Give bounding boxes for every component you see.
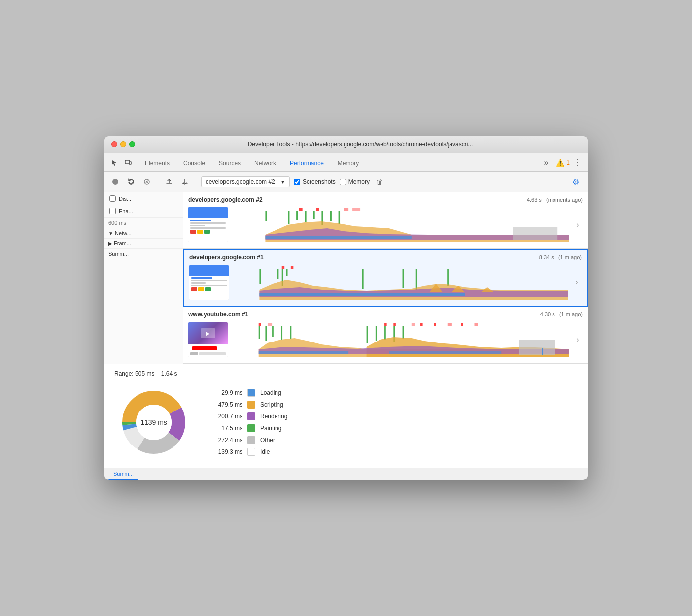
thumbnail: ▶	[188, 322, 228, 357]
tab-console[interactable]: Console	[176, 156, 212, 171]
enable-row[interactable]: Ena...	[104, 205, 183, 218]
svg-rect-17	[339, 211, 340, 224]
recording-chart: ›	[188, 205, 583, 244]
triangle-icon: ▶	[108, 241, 112, 246]
svg-rect-54	[259, 351, 348, 354]
svg-rect-41	[448, 323, 452, 326]
other-swatch	[247, 436, 255, 444]
svg-rect-8	[344, 208, 348, 211]
recording-chart: ›	[189, 263, 582, 302]
svg-rect-53	[403, 326, 404, 339]
svg-rect-19	[513, 227, 557, 240]
maximize-button[interactable]	[129, 141, 135, 147]
svg-rect-13	[305, 211, 306, 222]
svg-rect-20	[282, 266, 284, 269]
memory-checkbox[interactable]	[340, 179, 346, 185]
disable-screenshots-row[interactable]: Dis...	[104, 192, 183, 205]
tab-sources[interactable]: Sources	[212, 156, 247, 171]
disable-checkbox[interactable]	[109, 195, 116, 202]
recording-title: developers.google.com #2	[188, 196, 263, 203]
svg-rect-9	[352, 208, 360, 211]
svg-rect-21	[291, 266, 293, 269]
painting-swatch	[247, 424, 255, 432]
summary-tab[interactable]: Summ...	[108, 468, 138, 480]
recording-meta: 8.34 s (1 m ago)	[539, 254, 582, 260]
svg-rect-14	[313, 211, 314, 219]
url-value: developers.google.com #2	[206, 178, 275, 185]
stop-button[interactable]	[141, 176, 153, 188]
thumbnail	[189, 265, 229, 300]
svg-rect-7	[316, 208, 319, 211]
svg-rect-45	[265, 326, 267, 341]
chart-area	[233, 265, 568, 300]
recording-item[interactable]: www.youtube.com #1 4.30 s (1 m ago) ▶	[183, 307, 588, 364]
svg-rect-42	[461, 323, 463, 326]
legend-item-loading: 29.9 ms Loading	[208, 389, 287, 397]
legend: 29.9 ms Loading 479.5 ms Scripting 200.7…	[208, 389, 287, 456]
svg-rect-48	[290, 326, 292, 339]
record-button[interactable]	[109, 176, 121, 188]
warning-count: 1	[566, 159, 570, 166]
reload-record-button[interactable]	[125, 176, 137, 188]
svg-rect-49	[367, 326, 368, 343]
summary-section[interactable]: Summ...	[104, 249, 183, 259]
legend-name: Idle	[260, 448, 270, 455]
scroll-right-icon: ›	[572, 278, 582, 287]
svg-rect-23	[277, 269, 279, 279]
legend-item-other: 272.4 ms Other	[208, 436, 287, 444]
more-options-button[interactable]: ⋮	[572, 157, 584, 169]
dropdown-chevron-icon: ▼	[280, 179, 285, 185]
bottom-panel: Range: 505 ms – 1.64 s	[104, 364, 588, 468]
svg-rect-39	[420, 323, 423, 326]
cursor-icon[interactable]	[108, 157, 120, 169]
memory-checkbox-label[interactable]: Memory	[340, 178, 370, 185]
svg-point-2	[112, 179, 118, 185]
yt-thumbnail-image: ▶	[188, 322, 228, 344]
scripting-swatch	[247, 401, 255, 409]
svg-rect-28	[416, 269, 417, 290]
svg-rect-50	[376, 326, 377, 341]
network-section[interactable]: ▼ Netw...	[104, 228, 183, 239]
legend-name: Scripting	[260, 401, 283, 408]
legend-name: Painting	[260, 425, 281, 432]
svg-rect-40	[434, 323, 436, 326]
frames-section[interactable]: ▶ Fram...	[104, 239, 183, 249]
memory-label: Memory	[348, 178, 370, 185]
svg-rect-55	[389, 351, 501, 354]
download-button[interactable]	[179, 176, 191, 188]
tab-performance[interactable]: Performance	[283, 156, 331, 171]
recording-header: www.youtube.com #1 4.30 s (1 m ago)	[188, 311, 583, 318]
tab-elements[interactable]: Elements	[138, 156, 176, 171]
url-selector[interactable]: developers.google.com #2 ▼	[201, 176, 290, 187]
recording-header: developers.google.com #1 8.34 s (1 m ago…	[189, 254, 582, 261]
recording-item[interactable]: developers.google.com #1 8.34 s (1 m ago…	[183, 249, 588, 307]
recording-item[interactable]: developers.google.com #2 4.63 s (moments…	[183, 192, 588, 249]
svg-rect-25	[286, 269, 288, 276]
svg-rect-35	[268, 323, 272, 326]
tabs-container: Elements Console Sources Network Perform…	[138, 153, 540, 171]
minimize-button[interactable]	[120, 141, 126, 147]
legend-name: Loading	[260, 389, 281, 396]
svg-rect-10	[265, 211, 267, 221]
close-button[interactable]	[111, 141, 117, 147]
settings-icon[interactable]: ⚙	[569, 175, 583, 189]
svg-rect-18	[265, 236, 411, 239]
screenshots-checkbox-label[interactable]: Screenshots	[294, 178, 336, 185]
thumbnail	[188, 207, 228, 242]
title-bar: Developer Tools - https://developers.goo…	[104, 136, 588, 153]
enable-checkbox[interactable]	[109, 208, 116, 214]
tab-network[interactable]: Network	[247, 156, 283, 171]
tab-memory[interactable]: Memory	[331, 156, 366, 171]
separator-1	[158, 177, 158, 187]
svg-rect-46	[272, 326, 274, 337]
more-tabs-button[interactable]: »	[540, 156, 552, 169]
svg-rect-34	[259, 323, 261, 326]
frames-label: Fram...	[114, 240, 131, 246]
upload-button[interactable]	[163, 176, 175, 188]
clear-button[interactable]: 🗑	[374, 176, 385, 188]
range-text: Range: 505 ms – 1.64 s	[114, 370, 578, 377]
screenshots-checkbox[interactable]	[294, 179, 300, 185]
responsive-icon[interactable]	[122, 157, 134, 169]
legend-value: 139.3 ms	[208, 448, 242, 455]
separator-2	[196, 177, 196, 187]
